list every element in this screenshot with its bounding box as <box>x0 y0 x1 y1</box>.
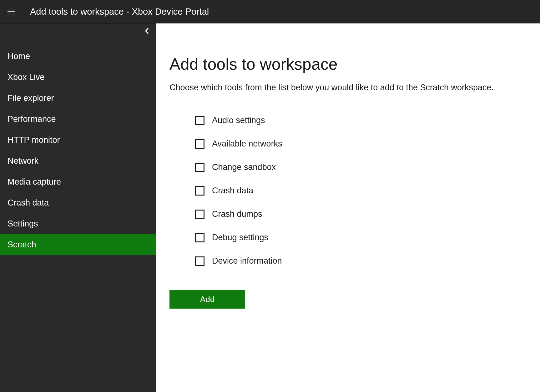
sidebar-item-file-explorer[interactable]: File explorer <box>0 88 156 109</box>
add-button[interactable]: Add <box>169 290 245 309</box>
page-title: Add tools to workspace <box>169 55 527 73</box>
hamburger-icon[interactable] <box>8 9 15 14</box>
body-container: Home Xbox Live File explorer Performance… <box>0 23 540 392</box>
tool-item-device-information[interactable]: Device information <box>195 249 527 273</box>
sidebar-item-network[interactable]: Network <box>0 151 156 171</box>
sidebar-item-media-capture[interactable]: Media capture <box>0 171 156 192</box>
sidebar-item-scratch[interactable]: Scratch <box>0 234 156 255</box>
collapse-sidebar-button[interactable] <box>142 26 152 36</box>
sidebar-item-performance[interactable]: Performance <box>0 109 156 130</box>
tool-item-change-sandbox[interactable]: Change sandbox <box>195 156 527 179</box>
sidebar-item-xbox-live[interactable]: Xbox Live <box>0 67 156 88</box>
tool-label: Device information <box>212 256 282 266</box>
header-title: Add tools to workspace - Xbox Device Por… <box>30 7 209 17</box>
checkbox[interactable] <box>195 139 204 149</box>
tool-label: Audio settings <box>212 116 265 125</box>
checkbox[interactable] <box>195 210 204 219</box>
tool-label: Crash dumps <box>212 209 262 219</box>
app-header: Add tools to workspace - Xbox Device Por… <box>0 0 540 23</box>
tool-item-debug-settings[interactable]: Debug settings <box>195 226 527 249</box>
checkbox[interactable] <box>195 256 204 266</box>
checkbox[interactable] <box>195 116 204 125</box>
sidebar: Home Xbox Live File explorer Performance… <box>0 23 156 392</box>
checkbox[interactable] <box>195 233 204 242</box>
tool-label: Available networks <box>212 139 282 149</box>
tool-item-audio-settings[interactable]: Audio settings <box>195 109 527 132</box>
sidebar-item-crash-data[interactable]: Crash data <box>0 192 156 213</box>
tools-list: Audio settings Available networks Change… <box>169 109 527 273</box>
sidebar-item-home[interactable]: Home <box>0 46 156 67</box>
page-subtitle: Choose which tools from the list below y… <box>169 83 527 92</box>
tool-label: Debug settings <box>212 233 268 242</box>
chevron-left-icon <box>144 27 149 35</box>
tool-item-crash-dumps[interactable]: Crash dumps <box>195 202 527 226</box>
tool-label: Change sandbox <box>212 162 276 172</box>
main-content: Add tools to workspace Choose which tool… <box>156 23 540 392</box>
nav-list: Home Xbox Live File explorer Performance… <box>0 23 156 255</box>
sidebar-item-http-monitor[interactable]: HTTP monitor <box>0 130 156 151</box>
tool-item-crash-data[interactable]: Crash data <box>195 179 527 202</box>
tool-label: Crash data <box>212 186 253 196</box>
checkbox[interactable] <box>195 163 204 172</box>
tool-item-available-networks[interactable]: Available networks <box>195 132 527 156</box>
checkbox[interactable] <box>195 186 204 196</box>
sidebar-item-settings[interactable]: Settings <box>0 213 156 234</box>
